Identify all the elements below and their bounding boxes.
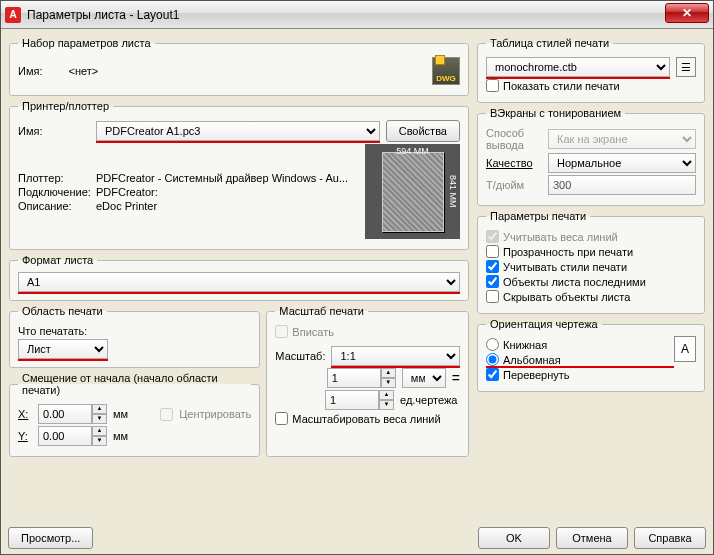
options-group: Параметры печати Учитывать веса линий Пр…	[477, 210, 705, 314]
vp-quality-label: Качество	[486, 157, 542, 169]
plotarea-what-select[interactable]: Лист	[18, 339, 108, 359]
offset-y-label: Y:	[18, 430, 32, 442]
plotstyle-legend: Таблица стилей печати	[486, 37, 613, 49]
show-styles-label: Показать стили печати	[503, 80, 620, 92]
conn-value: PDFCreator:	[96, 186, 158, 198]
ok-button[interactable]: OK	[478, 527, 550, 549]
spin-up[interactable]: ▲	[381, 368, 396, 378]
offset-y-unit: мм	[113, 430, 128, 442]
spin-up[interactable]: ▲	[92, 426, 107, 436]
plotter-label: Плоттер:	[18, 172, 90, 184]
show-styles-checkbox[interactable]	[486, 79, 499, 92]
app-icon: A	[5, 7, 21, 23]
conn-label: Подключение:	[18, 186, 90, 198]
opt4-checkbox[interactable]	[486, 275, 499, 288]
paper-preview: 594 MM 841 MM	[365, 144, 460, 239]
printer-name-label: Имя:	[18, 125, 90, 137]
orient-group: Ориентация чертежа Книжная Альбомная Пер…	[477, 318, 705, 392]
paper-legend: Формат листа	[18, 254, 97, 266]
orient-legend: Ориентация чертежа	[486, 318, 602, 330]
desc-value: eDoc Printer	[96, 200, 157, 212]
upside-checkbox[interactable]	[486, 368, 499, 381]
portrait-label: Книжная	[503, 339, 547, 351]
fit-checkbox	[275, 325, 288, 338]
pageset-legend: Набор параметров листа	[18, 37, 155, 49]
opt5-checkbox[interactable]	[486, 290, 499, 303]
preview-width: 594 MM	[365, 146, 460, 156]
opt5-label: Скрывать объекты листа	[503, 291, 630, 303]
offset-y-input[interactable]	[38, 426, 92, 446]
preview-height: 841 MM	[448, 144, 458, 239]
scale-legend: Масштаб печати	[275, 305, 368, 317]
viewports-legend: ВЭкраны с тонированием	[486, 107, 625, 119]
scale-unit-select[interactable]: мм	[402, 368, 446, 388]
paper-size-select[interactable]: A1	[18, 272, 460, 292]
pageset-group: Набор параметров листа Имя: <нет> DWG	[9, 37, 469, 96]
plotarea-legend: Область печати	[18, 305, 107, 317]
pageset-name-value: <нет>	[68, 65, 98, 77]
dwg-icon: DWG	[432, 57, 460, 85]
printer-group: Принтер/плоттер Имя: PDFCreator A1.pc3 С…	[9, 100, 469, 250]
preview-button[interactable]: Просмотр...	[8, 527, 93, 549]
plotarea-group: Область печати Что печатать: Лист	[9, 305, 260, 368]
opt3-label: Учитывать стили печати	[503, 261, 627, 273]
scale-den-input[interactable]	[325, 390, 379, 410]
close-button[interactable]: ✕	[665, 3, 709, 23]
vp-dpi-label: Т/дюйм	[486, 179, 542, 191]
plotstyle-group: Таблица стилей печати monochrome.ctb ☰ П…	[477, 37, 705, 103]
plotstyle-select[interactable]: monochrome.ctb	[486, 57, 670, 77]
offset-legend: Смещение от начала (начало области печат…	[18, 372, 251, 396]
plotarea-what-label: Что печатать:	[18, 325, 87, 337]
cancel-button[interactable]: Отмена	[556, 527, 628, 549]
portrait-radio[interactable]	[486, 338, 499, 351]
opt2-label: Прозрачность при печати	[503, 246, 633, 258]
scale-label: Масштаб:	[275, 350, 325, 362]
offset-x-label: X:	[18, 408, 32, 420]
printer-properties-button[interactable]: Свойства	[386, 120, 460, 142]
spin-down[interactable]: ▼	[92, 436, 107, 446]
equals-icon: =	[452, 370, 460, 386]
scale-lw-label: Масштабировать веса линий	[292, 413, 440, 425]
vp-quality-select[interactable]: Нормальное	[548, 153, 696, 173]
vp-mode-label: Способ вывода	[486, 127, 542, 151]
opt1-label: Учитывать веса линий	[503, 231, 618, 243]
scale-num-input[interactable]	[327, 368, 381, 388]
opt1-checkbox	[486, 230, 499, 243]
opt4-label: Объекты листа последними	[503, 276, 646, 288]
upside-label: Перевернуть	[503, 369, 570, 381]
desc-label: Описание:	[18, 200, 90, 212]
plotter-value: PDFCreator - Системный драйвер Windows -…	[96, 172, 348, 184]
center-checkbox	[160, 408, 173, 421]
spin-down[interactable]: ▼	[379, 400, 394, 410]
landscape-radio[interactable]	[486, 353, 499, 366]
spin-up[interactable]: ▲	[379, 390, 394, 400]
vp-mode-select: Как на экране	[548, 129, 696, 149]
window-title: Параметры листа - Layout1	[27, 8, 179, 22]
opt3-checkbox[interactable]	[486, 260, 499, 273]
spin-down[interactable]: ▼	[381, 378, 396, 388]
plotstyle-edit-button[interactable]: ☰	[676, 57, 696, 77]
opt2-checkbox[interactable]	[486, 245, 499, 258]
printer-name-select[interactable]: PDFCreator A1.pc3	[96, 121, 380, 141]
spin-down[interactable]: ▼	[92, 414, 107, 424]
offset-x-input[interactable]	[38, 404, 92, 424]
landscape-label: Альбомная	[503, 354, 561, 366]
pageset-name-label: Имя:	[18, 65, 42, 77]
center-label: Центрировать	[179, 408, 251, 420]
offset-group: Смещение от начала (начало области печат…	[9, 372, 260, 457]
fit-label: Вписать	[292, 326, 334, 338]
help-button[interactable]: Справка	[634, 527, 706, 549]
options-legend: Параметры печати	[486, 210, 590, 222]
spin-up[interactable]: ▲	[92, 404, 107, 414]
scale-den-unit: ед.чертежа	[400, 394, 460, 406]
scale-group: Масштаб печати Вписать Масштаб: 1:1 ▲▼ м…	[266, 305, 469, 457]
orientation-icon: A	[674, 336, 696, 362]
scale-select[interactable]: 1:1	[331, 346, 460, 366]
paper-group: Формат листа A1	[9, 254, 469, 301]
scale-lw-checkbox[interactable]	[275, 412, 288, 425]
printer-legend: Принтер/плоттер	[18, 100, 113, 112]
vp-dpi-input	[548, 175, 696, 195]
offset-x-unit: мм	[113, 408, 128, 420]
viewports-group: ВЭкраны с тонированием Способ выводаКак …	[477, 107, 705, 206]
